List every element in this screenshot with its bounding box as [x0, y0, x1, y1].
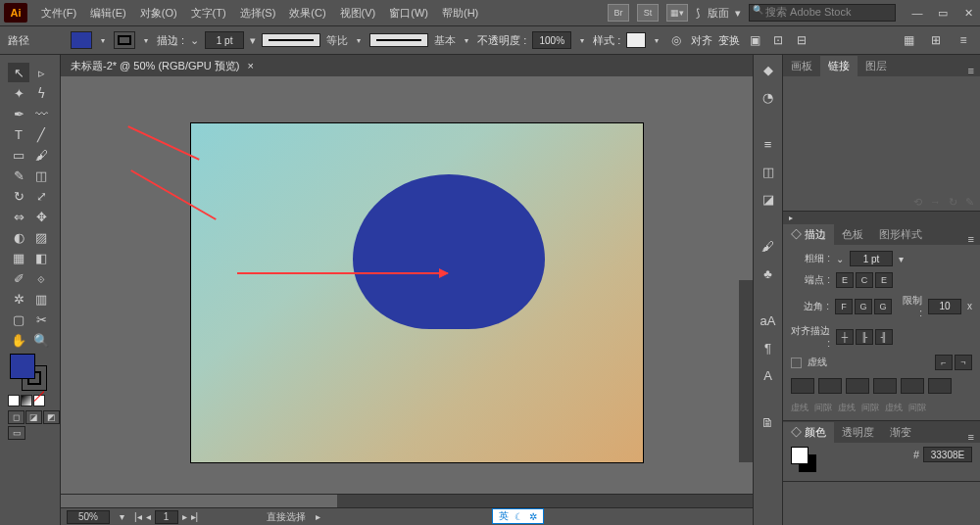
dash3-input[interactable]	[901, 378, 924, 394]
stroke-width-profile[interactable]	[262, 33, 320, 47]
canvas[interactable]	[61, 76, 753, 494]
slice-tool[interactable]: ✂	[30, 310, 52, 329]
hand-tool[interactable]: ✋	[8, 330, 29, 350]
transform-panel-icon[interactable]: ◪	[760, 190, 777, 208]
align-outside-button[interactable]: ╢	[875, 329, 893, 345]
perspective-tool[interactable]: ▨	[30, 227, 52, 247]
menu-file[interactable]: 文件(F)	[35, 4, 82, 23]
sync-icon[interactable]: ⟆	[696, 7, 700, 20]
horizontal-scrollbar[interactable]	[61, 494, 753, 507]
tab-swatches[interactable]: 色板	[834, 224, 871, 245]
menu-view[interactable]: 视图(V)	[334, 4, 382, 23]
align-panel-icon[interactable]: ≡	[760, 135, 777, 153]
stroke-swatch[interactable]	[114, 31, 135, 49]
tab-color[interactable]: ◇ 颜色	[783, 422, 834, 443]
shaper-tool[interactable]: ✎	[8, 166, 29, 185]
line-tool[interactable]: ╱	[30, 124, 52, 144]
vertical-scrollbar[interactable]	[739, 98, 753, 462]
scale-tool[interactable]: ⤢	[30, 186, 52, 206]
opacity-dropdown[interactable]: ▾	[577, 31, 587, 49]
gap1-input[interactable]	[818, 378, 842, 394]
ime-indicator[interactable]: 英 ☾ ✲	[492, 508, 544, 524]
pen-tool[interactable]: ✒	[8, 104, 29, 123]
draw-inside-button[interactable]: ◩	[43, 410, 60, 424]
symbol-sprayer-tool[interactable]: ✲	[8, 289, 29, 309]
gap3-input[interactable]	[928, 378, 952, 394]
grid-icon[interactable]: ▦	[900, 31, 917, 49]
selected-shape[interactable]	[353, 174, 545, 329]
relink-icon[interactable]: ⟲	[913, 196, 922, 209]
menu-window[interactable]: 窗口(W)	[383, 4, 434, 23]
fill-stroke-control[interactable]	[10, 354, 47, 391]
artboard-tool[interactable]: ▢	[8, 310, 29, 329]
gradient-button[interactable]	[21, 395, 32, 406]
menu-help[interactable]: 帮助(H)	[436, 4, 484, 23]
update-link-icon[interactable]: ↻	[949, 196, 957, 209]
eyedropper-tool[interactable]: ✐	[8, 268, 29, 288]
panel-menu-icon[interactable]: ≡	[962, 65, 980, 76]
width-tool[interactable]: ⇔	[8, 207, 29, 226]
direct-selection-tool[interactable]: ▹	[30, 63, 52, 82]
zoom-tool[interactable]: 🔍	[30, 330, 52, 350]
eraser-tool[interactable]: ◫	[30, 166, 52, 185]
tab-graphic-styles[interactable]: 图形样式	[871, 224, 930, 245]
color-guide-icon[interactable]: ◔	[760, 88, 777, 106]
menu-select[interactable]: 选择(S)	[234, 4, 282, 23]
stroke-weight-dropdown[interactable]: ▾	[250, 34, 256, 47]
cap-projecting-button[interactable]: E	[875, 272, 893, 288]
fill-swatch[interactable]	[71, 31, 92, 49]
zoom-dropdown[interactable]: ▾	[120, 511, 124, 522]
weight-down[interactable]: ⌄	[836, 254, 844, 264]
magic-wand-tool[interactable]: ✦	[8, 83, 29, 103]
stock-button[interactable]: St	[637, 4, 659, 22]
rotate-tool[interactable]: ↻	[8, 186, 29, 206]
fill-color-box[interactable]	[10, 354, 35, 379]
solid-color-button[interactable]	[8, 395, 20, 406]
last-artboard-button[interactable]: ▸|	[191, 511, 199, 522]
weight-dropdown[interactable]: ▾	[899, 254, 904, 264]
panel-menu-icon[interactable]: ≡	[955, 31, 972, 49]
first-artboard-button[interactable]: |◂	[134, 511, 142, 522]
transform-label[interactable]: 变换	[718, 33, 740, 48]
panel-menu-icon[interactable]: ≡	[962, 431, 980, 443]
bridge-button[interactable]: Br	[608, 4, 629, 22]
clip-icon[interactable]: ⊟	[793, 31, 810, 49]
color-fill-stroke[interactable]	[791, 447, 816, 472]
align-label[interactable]: 对齐	[691, 33, 712, 48]
goto-link-icon[interactable]: →	[930, 196, 941, 209]
miter-limit-input[interactable]	[928, 299, 961, 314]
tab-gradient[interactable]: 渐变	[882, 422, 919, 443]
join-miter-button[interactable]: F	[835, 299, 853, 314]
symbols-icon[interactable]: ♣	[760, 264, 777, 282]
brush-dropdown[interactable]: ▾	[462, 31, 471, 49]
opacity-input[interactable]: 100%	[532, 31, 571, 49]
cap-butt-button[interactable]: E	[836, 272, 854, 288]
collapse-bar[interactable]: ▸	[783, 212, 980, 223]
minimize-button[interactable]: —	[909, 7, 925, 20]
panel-menu-icon[interactable]: ≡	[962, 233, 980, 245]
menu-edit[interactable]: 编辑(E)	[84, 4, 132, 23]
tab-transparency[interactable]: 透明度	[834, 422, 882, 443]
none-color-button[interactable]	[33, 395, 45, 406]
align-center-button[interactable]: ┼	[836, 329, 854, 345]
join-round-button[interactable]: G	[855, 299, 872, 314]
shape-builder-tool[interactable]: ◐	[8, 227, 29, 247]
maximize-button[interactable]: ▭	[935, 7, 951, 20]
dash2-input[interactable]	[846, 378, 869, 394]
free-transform-tool[interactable]: ✥	[30, 207, 52, 226]
properties-icon[interactable]: ◆	[760, 61, 777, 78]
pathfinder-icon[interactable]: ◫	[760, 163, 777, 180]
workspace-switcher[interactable]: 版面 ▾	[708, 6, 741, 21]
zoom-input[interactable]: 50%	[67, 510, 110, 524]
dash-align-button[interactable]: ¬	[955, 355, 972, 370]
isolate-icon[interactable]: ▣	[746, 31, 763, 49]
snap-icon[interactable]: ⊞	[927, 31, 945, 49]
rectangle-tool[interactable]: ▭	[8, 145, 29, 165]
prev-artboard-button[interactable]: ◂	[146, 511, 151, 522]
menu-object[interactable]: 对象(O)	[134, 4, 183, 23]
menu-type[interactable]: 文字(T)	[185, 4, 232, 23]
stroke-weight-stepper-down[interactable]: ⌄	[190, 34, 199, 47]
tab-artboards[interactable]: 画板	[783, 56, 820, 76]
type-tool[interactable]: T	[8, 124, 29, 144]
screen-mode-button[interactable]: ▭	[8, 426, 25, 440]
